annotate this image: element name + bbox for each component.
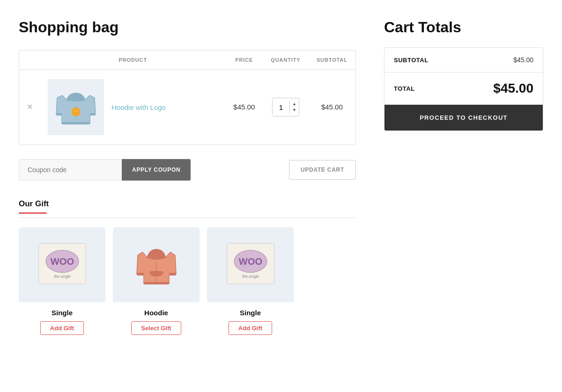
woo-badge-svg-1: WOO the single: [37, 239, 88, 290]
remove-cell: ✕: [19, 70, 41, 145]
hoodie2-svg: [135, 239, 177, 290]
section-divider: [19, 218, 356, 218]
subtotal-value: $45.00: [321, 103, 343, 111]
table-row: ✕: [19, 70, 356, 145]
svg-text:the single: the single: [242, 275, 259, 279]
cart-totals-title: Cart Totals: [384, 19, 543, 36]
gift-name-1: Single: [25, 309, 99, 317]
gift-card-1: WOO the single Single Add Gift: [19, 227, 105, 341]
svg-rect-13: [169, 273, 176, 276]
gift-info-2: Hoodie Select Gift: [113, 302, 200, 341]
quantity-down-button[interactable]: ▼: [290, 107, 299, 113]
product-name-link[interactable]: Hoodie with Logo: [111, 103, 166, 111]
price-col-header: PRICE: [225, 51, 263, 70]
svg-rect-12: [137, 273, 144, 276]
product-cell: 😊 Hoodie with Logo: [40, 70, 225, 145]
quantity-stepper[interactable]: ▲ ▼: [272, 98, 299, 116]
svg-text:WOO: WOO: [50, 256, 74, 267]
remove-col-header: [19, 51, 41, 70]
svg-rect-14: [144, 282, 169, 284]
checkout-btn-wrapper: PROCEED TO CHECKOUT: [385, 105, 543, 131]
subtotal-label: SUBTOTAL: [394, 57, 429, 64]
gift-card-2: Hoodie Select Gift: [113, 227, 200, 341]
subtotal-cell: $45.00: [309, 70, 356, 145]
subtotal-row: SUBTOTAL $45.00: [385, 48, 543, 73]
our-gift-title: Our Gift: [19, 199, 356, 212]
woo-badge-svg-3: WOO the single: [225, 239, 276, 290]
total-row: TOTAL $45.00: [385, 73, 543, 105]
coupon-input[interactable]: [19, 159, 122, 181]
update-cart-button[interactable]: UPDATE CART: [289, 160, 356, 180]
svg-text:😊: 😊: [74, 110, 78, 115]
left-column: Shopping bag PRODUCT PRICE QUANTITY SUBT…: [19, 19, 356, 341]
right-column: Cart Totals SUBTOTAL $45.00 TOTAL $45.00…: [384, 19, 543, 341]
gift-add-button-3[interactable]: Add Gift: [229, 321, 272, 335]
svg-text:the single: the single: [54, 275, 71, 279]
gift-image-area-1: WOO the single: [19, 227, 105, 302]
totals-box: SUBTOTAL $45.00 TOTAL $45.00 PROCEED TO …: [384, 47, 543, 131]
svg-rect-4: [90, 113, 96, 116]
product-col-header: PRODUCT: [40, 51, 225, 70]
cart-table: PRODUCT PRICE QUANTITY SUBTOTAL: [19, 50, 356, 145]
gift-image-area-3: WOO the single: [207, 227, 294, 302]
subtotal-value: $45.00: [513, 56, 533, 64]
product-image: 😊: [48, 79, 104, 135]
svg-rect-5: [62, 122, 90, 124]
quantity-arrows: ▲ ▼: [289, 101, 299, 113]
coupon-left: APPLY COUPON: [19, 159, 191, 181]
title-underline: [19, 212, 47, 214]
gift-add-button-1[interactable]: Add Gift: [40, 321, 84, 335]
quantity-input[interactable]: [273, 98, 289, 116]
quantity-up-button[interactable]: ▲: [290, 101, 299, 107]
gift-name-2: Hoodie: [119, 309, 193, 317]
svg-text:WOO: WOO: [238, 256, 262, 267]
apply-coupon-button[interactable]: APPLY COUPON: [122, 159, 191, 181]
remove-item-button[interactable]: ✕: [27, 103, 33, 111]
quantity-cell: ▲ ▼: [263, 70, 309, 145]
total-value: $45.00: [493, 81, 533, 96]
gift-info-1: Single Add Gift: [19, 302, 105, 341]
price-cell: $45.00: [225, 70, 263, 145]
price-value: $45.00: [233, 103, 255, 111]
subtotal-col-header: SUBTOTAL: [309, 51, 356, 70]
coupon-row: APPLY COUPON UPDATE CART: [19, 159, 356, 181]
total-label: TOTAL: [394, 85, 415, 92]
gift-select-button-2[interactable]: Select Gift: [131, 321, 181, 335]
gift-info-3: Single Add Gift: [207, 302, 294, 341]
svg-rect-3: [56, 113, 62, 116]
quantity-col-header: QUANTITY: [263, 51, 309, 70]
gift-grid: WOO the single Single Add Gift: [19, 227, 356, 341]
proceed-to-checkout-button[interactable]: PROCEED TO CHECKOUT: [385, 105, 543, 131]
page-title: Shopping bag: [19, 19, 356, 36]
our-gift-section: Our Gift WOO: [19, 199, 356, 341]
gift-image-area-2: [113, 227, 200, 302]
gift-card-3: WOO the single Single Add Gift: [207, 227, 294, 341]
hoodie-image-svg: 😊: [52, 84, 99, 131]
gift-name-3: Single: [214, 309, 287, 317]
